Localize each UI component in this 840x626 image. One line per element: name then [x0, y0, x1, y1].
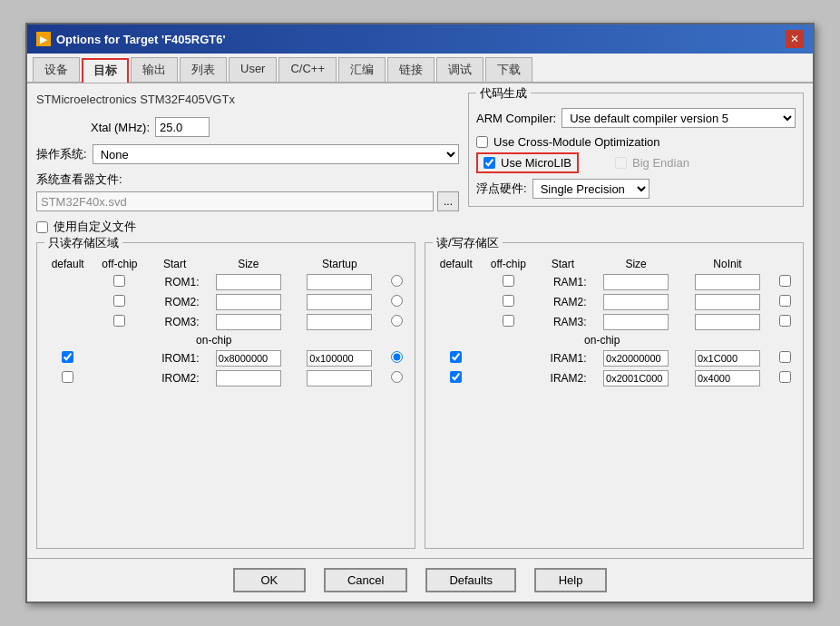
irom2-default-checkbox[interactable] — [62, 371, 73, 383]
ram1-noinit-checkbox[interactable] — [779, 275, 791, 287]
tab-link[interactable]: 链接 — [387, 57, 435, 82]
rom2-startup-radio[interactable] — [391, 295, 403, 307]
cancel-button[interactable]: Cancel — [324, 568, 407, 592]
svd-input[interactable] — [36, 191, 434, 211]
ram1-start-cell — [591, 272, 682, 292]
iram2-size-input[interactable] — [695, 370, 760, 386]
title-bar: ▶ Options for Target 'F405RGT6' ✕ — [27, 24, 813, 54]
irom1-start-input[interactable] — [216, 350, 281, 367]
irom1-startup-cell — [386, 348, 409, 368]
ram1-size-input[interactable] — [695, 274, 760, 290]
rom3-offchip-checkbox[interactable] — [113, 315, 125, 327]
rom-col-size: Size — [203, 256, 295, 272]
rom1-start-input[interactable] — [216, 274, 281, 290]
ram3-noinit-checkbox[interactable] — [779, 315, 791, 327]
codegen-title: 代码生成 — [476, 85, 531, 102]
iram2-start-input[interactable] — [603, 370, 669, 386]
ram-col-offchip: off-chip — [482, 256, 535, 272]
svd-browse-button[interactable]: ... — [437, 191, 459, 211]
ram2-default-cell — [431, 292, 482, 312]
rom1-start-cell — [203, 272, 295, 292]
fpu-select[interactable]: Not Used Single Precision Double Precisi… — [532, 179, 650, 199]
rom-group: 只读存储区域 default off-chip Start Size Start… — [36, 242, 415, 549]
ram3-offchip-cell — [482, 312, 535, 332]
rom3-start-input[interactable] — [216, 314, 281, 330]
rom2-start-input[interactable] — [216, 294, 281, 310]
ram2-noinit-checkbox[interactable] — [779, 295, 791, 307]
iram2-default-checkbox[interactable] — [450, 371, 462, 383]
os-select[interactable]: None — [93, 144, 459, 164]
tab-target[interactable]: 目标 — [82, 58, 129, 83]
microlib-checkbox[interactable] — [483, 157, 495, 169]
ram-col-noinit: NoInit — [682, 256, 774, 272]
rom-col-startup: Startup — [294, 256, 386, 272]
rom1-size-cell — [294, 272, 386, 292]
ram2-offchip-checkbox[interactable] — [503, 295, 514, 307]
tab-user[interactable]: User — [229, 57, 277, 82]
tab-device[interactable]: 设备 — [33, 57, 80, 82]
help-button[interactable]: Help — [534, 568, 607, 592]
compiler-row: ARM Compiler: Use default compiler versi… — [476, 108, 796, 128]
rom2-default-cell — [43, 292, 93, 312]
ram3-size-input[interactable] — [695, 314, 760, 330]
rom2-offchip-checkbox[interactable] — [113, 295, 125, 307]
rom3-startup-radio[interactable] — [391, 315, 403, 327]
irom2-start-input[interactable] — [216, 370, 281, 386]
rom1-offchip-cell — [93, 272, 146, 292]
table-row: on-chip — [43, 332, 409, 348]
rom3-start-cell — [203, 312, 295, 332]
table-row: IRAM2: — [431, 368, 797, 388]
microlib-label: Use MicroLIB — [501, 156, 571, 170]
tab-output[interactable]: 输出 — [131, 57, 178, 82]
ram2-start-cell — [591, 292, 682, 312]
rom1-size-input[interactable] — [307, 274, 372, 290]
irom2-start-cell — [203, 368, 295, 388]
ram3-start-input[interactable] — [603, 314, 669, 330]
rom1-offchip-checkbox[interactable] — [113, 275, 125, 287]
compiler-label: ARM Compiler: — [476, 112, 556, 125]
close-button[interactable]: ✕ — [786, 30, 804, 48]
cross-module-checkbox[interactable] — [476, 136, 488, 148]
microlib-box: Use MicroLIB — [476, 152, 579, 173]
iram1-size-input[interactable] — [695, 350, 760, 367]
custom-file-label: 使用自定义文件 — [54, 219, 136, 235]
iram1-offchip-cell — [482, 348, 535, 368]
ram2-size-input[interactable] — [695, 294, 760, 310]
compiler-select[interactable]: Use default compiler version 5 — [562, 108, 796, 128]
tab-debug[interactable]: 调试 — [436, 57, 483, 82]
tab-listing[interactable]: 列表 — [180, 57, 227, 82]
iram1-default-checkbox[interactable] — [450, 351, 462, 363]
rom2-size-input[interactable] — [307, 294, 372, 310]
defaults-button[interactable]: Defaults — [425, 568, 516, 592]
tab-ccpp[interactable]: C/C++ — [278, 57, 337, 82]
iram1-noinit-checkbox[interactable] — [779, 351, 791, 363]
big-endian-checkbox[interactable] — [615, 157, 627, 169]
irom2-offchip-cell — [93, 368, 146, 388]
ok-button[interactable]: OK — [233, 568, 306, 592]
tab-asm[interactable]: 汇编 — [338, 57, 386, 82]
table-row: IRAM1: — [431, 348, 797, 368]
xtal-input[interactable] — [155, 117, 210, 137]
iram2-noinit-checkbox[interactable] — [779, 371, 791, 383]
ram2-start-input[interactable] — [603, 294, 669, 310]
bottom-bar: OK Cancel Defaults Help — [27, 558, 813, 602]
ram-col-default: default — [431, 256, 482, 272]
cross-module-row: Use Cross-Module Optimization — [476, 135, 796, 149]
codegen-group: 代码生成 ARM Compiler: Use default compiler … — [468, 93, 804, 207]
rom1-startup-radio[interactable] — [391, 275, 403, 287]
irom1-startup-radio[interactable] — [391, 351, 403, 363]
rom3-size-input[interactable] — [307, 314, 372, 330]
ram-group-title: 读/写存储区 — [433, 235, 503, 251]
iram1-start-input[interactable] — [603, 350, 669, 367]
ram1-offchip-checkbox[interactable] — [503, 275, 514, 287]
irom2-label-cell: IROM2: — [147, 368, 203, 388]
custom-file-checkbox[interactable] — [36, 221, 48, 233]
irom2-startup-radio[interactable] — [391, 371, 403, 383]
tab-download[interactable]: 下载 — [485, 57, 532, 82]
irom2-size-input[interactable] — [307, 370, 372, 386]
irom1-size-input[interactable] — [307, 350, 372, 367]
ram1-offchip-cell — [482, 272, 535, 292]
ram1-start-input[interactable] — [603, 274, 669, 290]
irom1-default-checkbox[interactable] — [62, 351, 73, 363]
ram3-offchip-checkbox[interactable] — [503, 315, 514, 327]
